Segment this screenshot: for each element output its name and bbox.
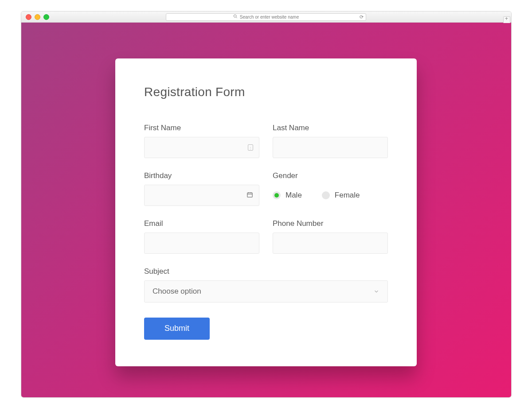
field-subject: Subject Choose option	[144, 267, 388, 303]
window-minimize-icon[interactable]	[35, 14, 40, 20]
first-name-input[interactable]	[144, 137, 259, 158]
email-input[interactable]	[144, 233, 259, 254]
gender-label: Gender	[273, 171, 388, 180]
field-last-name: Last Name	[273, 124, 388, 158]
last-name-label: Last Name	[273, 124, 388, 132]
first-name-label: First Name	[144, 124, 259, 132]
field-phone: Phone Number	[273, 219, 388, 254]
form-title: Registration Form	[144, 85, 388, 99]
field-gender: Gender Male Female	[273, 171, 388, 206]
submit-button[interactable]: Submit	[144, 318, 210, 340]
search-icon	[233, 14, 238, 19]
window-close-icon[interactable]	[26, 14, 31, 20]
chevron-down-icon	[373, 288, 379, 295]
refresh-icon[interactable]: ⟳	[360, 15, 364, 19]
gender-option-label: Female	[335, 191, 360, 200]
email-label: Email	[144, 219, 259, 228]
subject-label: Subject	[144, 267, 388, 276]
gender-option-female[interactable]: Female	[322, 191, 360, 200]
address-bar[interactable]: Search or enter website name ⟳	[166, 13, 366, 21]
subject-select[interactable]: Choose option	[144, 280, 388, 303]
svg-line-1	[236, 17, 237, 18]
browser-titlebar: Search or enter website name ⟳ +	[21, 12, 511, 23]
radio-icon	[273, 191, 281, 199]
address-bar-placeholder: Search or enter website name	[240, 15, 299, 19]
radio-icon	[322, 191, 330, 199]
field-birthday: Birthday	[144, 171, 259, 206]
birthday-label: Birthday	[144, 171, 259, 180]
gender-option-label: Male	[286, 191, 302, 200]
svg-point-0	[234, 15, 236, 17]
last-name-input[interactable]	[273, 137, 388, 158]
field-first-name: First Name ⋮	[144, 124, 259, 158]
new-tab-button[interactable]: +	[503, 16, 510, 23]
page-background: Registration Form First Name ⋮ Last Name	[21, 23, 511, 397]
phone-input[interactable]	[273, 233, 388, 254]
registration-card: Registration Form First Name ⋮ Last Name	[115, 58, 417, 366]
subject-selected-value: Choose option	[153, 287, 201, 296]
phone-label: Phone Number	[273, 219, 388, 228]
gender-option-male[interactable]: Male	[273, 191, 302, 200]
window-maximize-icon[interactable]	[43, 14, 49, 20]
browser-window: Search or enter website name ⟳ + Registr…	[21, 11, 512, 398]
birthday-input[interactable]	[144, 185, 259, 206]
field-email: Email	[144, 219, 259, 254]
